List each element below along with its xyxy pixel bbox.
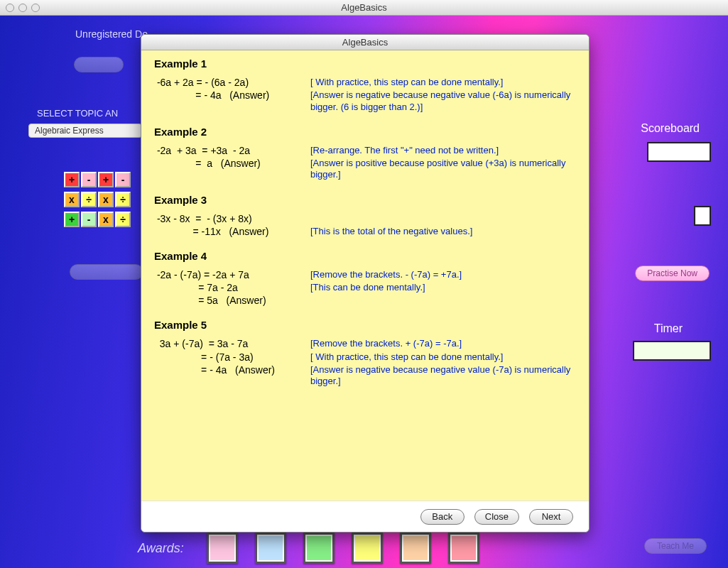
zoom-window-icon[interactable] (31, 4, 40, 12)
window-titlebar: AlgeBasics (0, 0, 728, 16)
back-button[interactable]: Back (420, 509, 464, 525)
example-title: Example 3 (154, 194, 576, 206)
example-line: = 5a (Answer) (154, 295, 576, 306)
op-div[interactable]: ÷ (115, 192, 131, 207)
teach-me-button[interactable]: Teach Me (644, 538, 707, 554)
topic-dropdown-value: Algebraic Express (35, 126, 104, 136)
dialog-button-row: Back Close Next (141, 501, 589, 532)
dialog-title: AlgeBasics (342, 37, 388, 48)
close-window-icon[interactable] (6, 4, 14, 12)
example-math: = - 4a (Answer) (154, 89, 310, 101)
next-button[interactable]: Next (529, 509, 573, 525)
minimize-window-icon[interactable] (18, 4, 27, 12)
example-title: Example 4 (154, 250, 576, 262)
example-title: Example 5 (154, 319, 576, 331)
practise-now-label: Practise Now (647, 268, 697, 278)
example-math: = -11x (Answer) (154, 226, 310, 237)
traffic-lights (6, 4, 40, 12)
award-slot (207, 532, 238, 564)
op-minus[interactable]: - (81, 172, 97, 187)
scoreboard-box (647, 142, 711, 162)
award-slot (303, 532, 335, 564)
op-div[interactable]: ÷ (115, 212, 131, 227)
practise-now-button[interactable]: Practise Now (635, 266, 710, 281)
example-block: Example 4 -2a - (-7a) = -2a + 7a[Remove … (154, 250, 576, 307)
op-div[interactable]: ÷ (81, 192, 97, 207)
unregistered-label: Unregistered De (75, 28, 148, 40)
bg-button-1[interactable] (74, 57, 124, 72)
awards-row: Awards: (138, 532, 479, 564)
op-mult[interactable]: x (64, 192, 80, 207)
example-note: [Remove the brackets. + (-7a) = -7a.] (310, 338, 576, 349)
example-block: Example 2 -2a + 3a = +3a - 2a[Re-arrange… (154, 126, 576, 181)
workspace: Unregistered De SELECT TOPIC AN Algebrai… (0, 16, 728, 568)
example-note: [ With practice, this step can be done m… (310, 351, 576, 363)
scoreboard-box-2 (694, 206, 711, 226)
example-line: = - 4a (Answer)[Answer is negative becau… (154, 364, 576, 388)
example-line: -2a - (-7a) = -2a + 7a[Remove the bracke… (154, 269, 576, 280)
close-button[interactable]: Close (474, 509, 519, 525)
examples-dialog: AlgeBasics Example 1 -6a + 2a = - (6a - … (141, 34, 590, 532)
next-button-label: Next (542, 511, 561, 522)
example-math: -6a + 2a = - (6a - 2a) (154, 77, 310, 88)
bg-button-2[interactable] (70, 264, 143, 280)
op-plus[interactable]: + (64, 212, 80, 227)
example-line: = - (7a - 3a)[ With practice, this step … (154, 351, 576, 363)
example-note: [Answer is negative because negative val… (310, 89, 576, 113)
example-math: = 5a (Answer) (154, 295, 310, 306)
example-note: [ With practice, this step can be done m… (310, 77, 576, 88)
example-math: -2a - (-7a) = -2a + 7a (154, 269, 310, 280)
example-math: = - 4a (Answer) (154, 364, 310, 376)
example-note: [This is the total of the negative value… (310, 226, 576, 237)
example-block: Example 3 -3x - 8x = - (3x + 8x) = -11x … (154, 194, 576, 237)
example-title: Example 2 (154, 126, 576, 138)
example-line: = - 4a (Answer)[Answer is negative becau… (154, 89, 576, 113)
award-slot (352, 532, 383, 564)
example-math: = - (7a - 3a) (154, 351, 310, 363)
dialog-body: Example 1 -6a + 2a = - (6a - 2a)[ With p… (141, 50, 589, 501)
example-line: -3x - 8x = - (3x + 8x) (154, 213, 576, 224)
example-line: -2a + 3a = +3a - 2a[Re-arrange. The firs… (154, 145, 576, 156)
topic-dropdown[interactable]: Algebraic Express (28, 124, 142, 138)
timer-box (633, 341, 711, 361)
close-button-label: Close (485, 511, 509, 522)
op-minus[interactable]: - (81, 212, 97, 227)
example-line: = 7a - 2a[This can be done mentally.] (154, 282, 576, 293)
example-math: -2a + 3a = +3a - 2a (154, 145, 310, 156)
awards-label: Awards: (138, 541, 184, 556)
timer-label: Timer (654, 322, 683, 335)
example-note: [Re-arrange. The first "+" need not be w… (310, 145, 576, 156)
back-button-label: Back (432, 511, 452, 522)
op-mult[interactable]: x (98, 212, 114, 227)
teach-me-label: Teach Me (657, 541, 694, 551)
op-minus[interactable]: - (115, 172, 131, 187)
select-topic-label: SELECT TOPIC AN (37, 108, 118, 119)
op-plus[interactable]: + (98, 172, 114, 187)
award-slot (255, 532, 286, 564)
example-note: [This can be done mentally.] (310, 282, 576, 293)
example-math: = 7a - 2a (154, 282, 310, 293)
example-line: = a (Answer)[Answer is positive because … (154, 158, 576, 181)
window-title: AlgeBasics (0, 2, 728, 13)
example-math: -3x - 8x = - (3x + 8x) (154, 213, 310, 224)
op-mult[interactable]: x (98, 192, 114, 207)
example-line: 3a + (-7a) = 3a - 7a[Remove the brackets… (154, 338, 576, 349)
example-title: Example 1 (154, 58, 576, 70)
example-note: [Remove the brackets. - (-7a) = +7a.] (310, 269, 576, 280)
award-slot (400, 532, 431, 564)
example-note: [Answer is negative because negative val… (310, 364, 576, 388)
example-line: -6a + 2a = - (6a - 2a)[ With practice, t… (154, 77, 576, 88)
scoreboard-label: Scoreboard (641, 122, 700, 135)
operator-grid: + - + - x ÷ x ÷ + - x ÷ (64, 172, 131, 231)
op-plus[interactable]: + (64, 172, 80, 187)
example-block: Example 1 -6a + 2a = - (6a - 2a)[ With p… (154, 58, 576, 113)
example-block: Example 5 3a + (-7a) = 3a - 7a[Remove th… (154, 319, 576, 387)
award-slot (448, 532, 479, 564)
example-math: = a (Answer) (154, 158, 310, 169)
example-math: 3a + (-7a) = 3a - 7a (154, 338, 310, 349)
example-line: = -11x (Answer)[This is the total of the… (154, 226, 576, 237)
dialog-titlebar: AlgeBasics (141, 35, 589, 50)
example-note: [Answer is positive because positive val… (310, 158, 576, 181)
